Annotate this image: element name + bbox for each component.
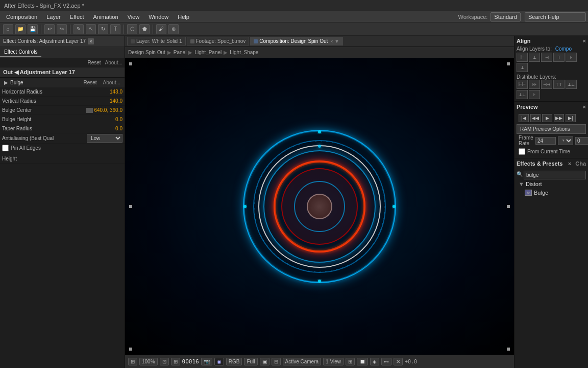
bulge-center-value[interactable]: 640.0, 360.0: [94, 107, 122, 113]
menu-animation[interactable]: Animation: [89, 13, 122, 21]
ep-item-bulge[interactable]: fx Bulge: [517, 189, 586, 197]
menu-composition[interactable]: Composition: [2, 13, 41, 21]
ep-category[interactable]: ▼ Distort: [517, 179, 586, 189]
fit-btn[interactable]: ⊡: [160, 358, 169, 365]
handle-tr[interactable]: [507, 62, 510, 65]
dist-extra[interactable]: ⊦: [529, 90, 540, 99]
handle-tl[interactable]: [129, 62, 132, 65]
bulge-about[interactable]: About...: [103, 80, 120, 85]
comp-tab-close[interactable]: ×: [330, 39, 333, 44]
tab-layer[interactable]: Layer: White Solid 1: [127, 37, 186, 45]
reset-btn[interactable]: Reset: [87, 60, 101, 65]
zoom-dropdown[interactable]: 100%: [139, 358, 158, 365]
taper-radius-value[interactable]: 0.0: [115, 126, 122, 131]
from-current-checkbox[interactable]: [519, 148, 525, 155]
menu-view[interactable]: View: [124, 13, 144, 21]
toolbar-undo-btn[interactable]: ↩: [44, 24, 55, 34]
bulge-height-value[interactable]: 0.0: [115, 117, 122, 122]
view-layout-btn[interactable]: ⊞: [346, 358, 355, 365]
view-reset-btn[interactable]: ✕: [394, 358, 403, 365]
prev-fwd-btn[interactable]: ▶▶: [554, 114, 564, 122]
composition-viewer[interactable]: [125, 58, 514, 355]
align-h-center[interactable]: ⊥: [529, 53, 540, 62]
workspace-value[interactable]: Standard: [491, 12, 521, 21]
camera-dropdown[interactable]: Active Camera: [283, 358, 322, 365]
breadcrumb-2[interactable]: Panel: [174, 50, 187, 55]
view-snap-btn[interactable]: ⊷: [381, 358, 391, 365]
menu-window[interactable]: Window: [144, 13, 173, 21]
about-btn[interactable]: About...: [105, 60, 122, 65]
quality-dropdown[interactable]: Full: [244, 358, 257, 365]
tab-composition[interactable]: Composition: Design Spin Out × ▼: [250, 37, 342, 45]
prev-last-btn[interactable]: ▶|: [566, 114, 576, 122]
vert-radius-value[interactable]: 140.0: [110, 98, 122, 104]
align-close[interactable]: ×: [583, 38, 586, 44]
frame-rate-input[interactable]: [535, 137, 556, 145]
tab-footage[interactable]: Footage: Spec_b.mov: [187, 37, 250, 45]
toolbar-text-btn[interactable]: T: [110, 24, 120, 34]
magnifier-btn[interactable]: ⊞: [128, 358, 137, 365]
align-bottom[interactable]: ⊥: [517, 63, 528, 72]
toolbar-home-btn[interactable]: ⌂: [3, 24, 13, 34]
handle-ml[interactable]: [129, 205, 132, 208]
view-options-btn[interactable]: 🔲: [357, 358, 368, 365]
channel-btn[interactable]: RGB: [226, 358, 242, 365]
skip-input[interactable]: [575, 137, 588, 145]
handle-mr[interactable]: [507, 205, 510, 208]
view-3d-btn[interactable]: ◈: [370, 358, 379, 365]
view-dropdown[interactable]: 1 View: [323, 358, 344, 365]
grid-btn[interactable]: ⊞: [171, 358, 180, 365]
align-top[interactable]: ⊤: [553, 53, 565, 62]
toolbar-mask-btn[interactable]: ⬡: [127, 24, 137, 34]
toolbar-save-btn[interactable]: 💾: [28, 24, 38, 34]
ep-close[interactable]: ×: [568, 160, 571, 167]
frame-rate-dropdown[interactable]: ▼: [558, 136, 573, 145]
dist-top[interactable]: ⊤⊤: [553, 80, 565, 89]
color-btn[interactable]: ◉: [214, 358, 224, 365]
ep-search-input[interactable]: [524, 171, 586, 179]
toolbar-redo-btn[interactable]: ↪: [57, 24, 67, 34]
breadcrumb-4[interactable]: Light_Shape: [230, 50, 258, 55]
toolbar-open-btn[interactable]: 📁: [15, 24, 26, 34]
dist-btm[interactable]: ⊥⊥: [517, 90, 528, 99]
align-v-center[interactable]: ⊦: [566, 53, 577, 62]
antialiasing-dropdown[interactable]: LowHigh: [87, 134, 122, 143]
menu-help[interactable]: Help: [174, 13, 193, 21]
timecode-display[interactable]: 00016: [182, 358, 199, 365]
preview-close[interactable]: ×: [583, 104, 586, 110]
toolbar-paint-btn[interactable]: 🖌: [156, 24, 166, 34]
bulge-reset[interactable]: Reset: [83, 80, 96, 85]
handle-bl[interactable]: [129, 348, 132, 351]
breadcrumb-3[interactable]: Light_Panel: [194, 50, 222, 55]
toolbar-search[interactable]: Search Help: [525, 12, 586, 21]
ep-char-tab[interactable]: Cha: [575, 160, 586, 167]
handle-br[interactable]: [507, 348, 510, 351]
dist-v[interactable]: ⊥⊥: [566, 80, 577, 89]
align-right[interactable]: ⊣: [541, 53, 552, 62]
align-to-value[interactable]: Compo: [555, 46, 572, 52]
menu-layer[interactable]: Layer: [42, 13, 65, 21]
menu-effect[interactable]: Effect: [66, 13, 88, 21]
breadcrumb-1[interactable]: Design Spin Out: [128, 50, 165, 55]
dist-left[interactable]: ⊢⊢: [517, 80, 528, 89]
dist-h[interactable]: ⊦⊦: [529, 80, 540, 89]
comp-tab-menu[interactable]: ▼: [335, 39, 339, 44]
horiz-radius-value[interactable]: 143.0: [110, 89, 122, 95]
toolbar-shape-btn[interactable]: ⬟: [139, 24, 150, 34]
pin-edges-checkbox[interactable]: [2, 145, 9, 151]
camera-icon-btn[interactable]: 📷: [201, 358, 212, 365]
tab-effect-controls[interactable]: Effect Controls: [0, 48, 41, 57]
ram-preview-btn[interactable]: RAM Preview Options: [517, 124, 586, 134]
quality-icon[interactable]: ▣: [260, 358, 270, 365]
dist-right[interactable]: ⊣⊣: [541, 80, 552, 89]
prev-play-btn[interactable]: ▶: [542, 114, 552, 122]
toolbar-rotate-btn[interactable]: ↻: [98, 24, 108, 34]
toolbar-select-btn[interactable]: ↖: [86, 24, 96, 34]
prev-back-btn[interactable]: ◀◀: [530, 114, 541, 122]
grid2-btn[interactable]: ⊟: [272, 358, 281, 365]
effect-controls-close[interactable]: ×: [88, 38, 94, 44]
prev-first-btn[interactable]: |◀: [519, 114, 529, 122]
align-left[interactable]: ⊢: [517, 53, 528, 62]
toolbar-pen-btn[interactable]: ✎: [74, 24, 84, 34]
toolbar-clone-btn[interactable]: ⊕: [168, 24, 179, 34]
